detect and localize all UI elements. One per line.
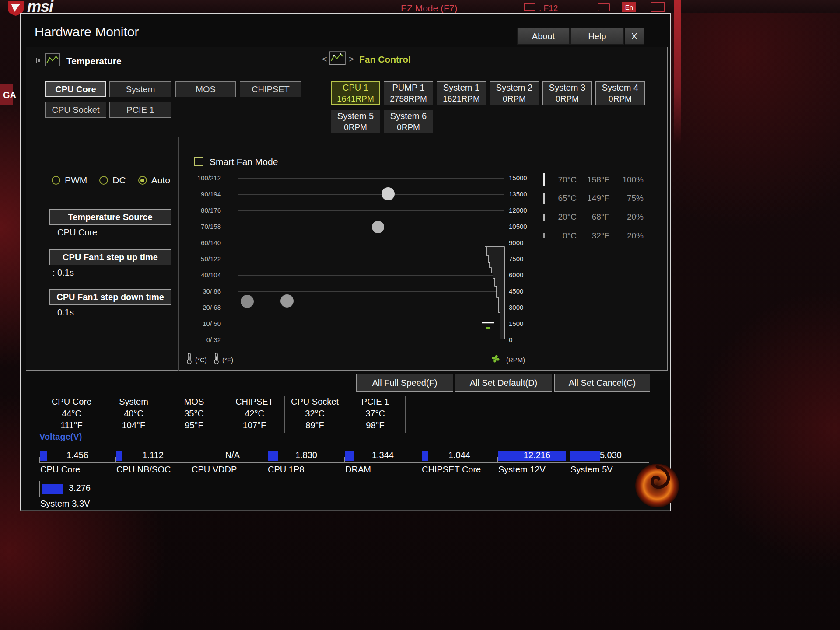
point-temp-c: 0°C — [550, 231, 577, 241]
voltage-value: 1.344 — [372, 450, 394, 460]
voltage-value: 1.044 — [448, 450, 470, 460]
fan-next-arrow[interactable]: > — [349, 54, 354, 64]
temp-tab-chipset[interactable]: CHIPSET — [240, 81, 301, 97]
level-bar — [543, 173, 545, 186]
all-full-speed-button[interactable]: All Full Speed(F) — [356, 374, 453, 392]
radio-circle-icon — [138, 176, 147, 185]
readout-name: CPU Core — [42, 396, 102, 408]
point-temp-f: 68°F — [579, 212, 609, 222]
y-axis-left-label: 80/176 — [186, 206, 221, 214]
pwm-radio-label: PWM — [65, 175, 87, 186]
readout-celsius: 40°C — [104, 408, 164, 420]
fan-tab-system-5[interactable]: System 5 0RPM — [331, 110, 380, 133]
radio-circle-icon — [52, 176, 60, 185]
power-icon[interactable] — [651, 2, 665, 12]
fan-tab-system-2[interactable]: System 2 0RPM — [490, 81, 539, 105]
voltage-name: CPU 1P8 — [268, 465, 304, 475]
fan-tab-rpm: 0RPM — [344, 122, 367, 133]
all-set-default-button[interactable]: All Set Default(D) — [455, 374, 552, 392]
voltage-baseline — [39, 462, 649, 463]
gridline — [238, 308, 504, 308]
readout-celsius: 35°C — [164, 408, 224, 420]
step-down-time-button[interactable]: CPU Fan1 step down time — [49, 289, 171, 305]
voltage-name: CPU VDDP — [192, 465, 237, 475]
ez-mode-label[interactable]: EZ Mode (F7) — [401, 3, 458, 14]
close-button[interactable]: X — [625, 28, 644, 45]
temperature-source-value: : CPU Core — [52, 228, 97, 238]
fan-prev-arrow[interactable]: < — [322, 54, 327, 64]
y-axis-right-label: 7500 — [509, 255, 523, 262]
auto-radio[interactable]: Auto — [138, 175, 170, 186]
thermometer-f-icon — [214, 353, 219, 366]
readout-celsius: 42°C — [224, 408, 284, 420]
y-axis-left-label: 10/ 50 — [186, 320, 221, 327]
dc-radio-label: DC — [112, 175, 126, 186]
readout-fahrenheit: 104°F — [104, 420, 164, 431]
temp-tab-mos[interactable]: MOS — [175, 81, 236, 97]
voltage-value: 3.276 — [69, 483, 91, 493]
y-axis-right-label: 10500 — [509, 223, 527, 230]
point-duty-pct: 20% — [612, 231, 644, 241]
fan-tab-rpm: 1641RPM — [337, 93, 374, 104]
fan-curve-point[interactable] — [372, 221, 384, 233]
language-switch[interactable]: En — [622, 2, 636, 12]
point-duty-pct: 100% — [612, 175, 644, 185]
point-temp-c: 20°C — [550, 212, 577, 222]
readout-fahrenheit: 95°F — [164, 420, 224, 431]
readout-name: CHIPSET — [224, 396, 284, 408]
temp-tab-pcie-1[interactable]: PCIE 1 — [109, 102, 172, 118]
hardware-monitor-dialog: Hardware Monitor About Help X Temperatur… — [20, 13, 671, 511]
fan-tab-system-3[interactable]: System 3 0RPM — [542, 81, 592, 105]
temp-tab-cpu-core[interactable]: CPU Core — [45, 81, 106, 97]
fan-tab-rpm: 0RPM — [397, 122, 420, 133]
camera-icon[interactable] — [598, 3, 610, 11]
fan-tab-cpu-1[interactable]: CPU 1 1641RPM — [331, 81, 380, 105]
gridline — [238, 210, 504, 211]
screenshot-icon[interactable] — [524, 3, 536, 11]
y-axis-right-label: 3000 — [509, 304, 523, 311]
voltage-bar — [422, 451, 428, 461]
fan-tab-system-6[interactable]: System 6 0RPM — [384, 110, 433, 133]
radio-circle-icon — [99, 176, 108, 185]
fan-tab-label: System 5 — [337, 111, 374, 122]
gridline — [238, 291, 504, 292]
help-button[interactable]: Help — [570, 28, 624, 45]
voltage-value: 1.112 — [142, 450, 164, 460]
about-button[interactable]: About — [517, 28, 570, 45]
voltage-cell-system-12v: 12.216 — [497, 450, 570, 462]
panel-divider-vertical — [178, 137, 179, 371]
y-axis-right-label: 6000 — [509, 271, 523, 279]
temp-tab-cpu-socket[interactable]: CPU Socket — [45, 102, 106, 118]
voltage-bar — [116, 451, 122, 461]
all-set-cancel-button[interactable]: All Set Cancel(C) — [554, 374, 650, 392]
fan-tab-label: System 6 — [390, 111, 427, 122]
fan-tab-pump-1[interactable]: PUMP 1 2758RPM — [384, 81, 433, 105]
gridline — [238, 194, 504, 195]
readout-celsius: 37°C — [345, 408, 405, 420]
readout-celsius: 32°C — [285, 408, 345, 420]
step-up-time-button[interactable]: CPU Fan1 step up time — [49, 249, 171, 265]
temperature-source-button[interactable]: Temperature Source — [49, 209, 171, 225]
voltage-value: 12.216 — [524, 450, 550, 460]
smart-fan-checkbox[interactable] — [194, 157, 203, 166]
fan-tab-system-4[interactable]: System 4 0RPM — [595, 81, 645, 105]
y-axis-right-label: 15000 — [509, 174, 527, 182]
readout-name: System — [104, 396, 164, 408]
fan-tab-system-1[interactable]: System 1 1621RPM — [437, 81, 486, 105]
voltage-value: N/A — [225, 450, 240, 460]
y-axis-left-label: 100/212 — [186, 174, 221, 182]
page-title: Hardware Monitor — [35, 24, 139, 39]
fan-curve-point[interactable] — [241, 295, 254, 308]
pwm-radio[interactable]: PWM — [52, 175, 87, 186]
fan-curve-point[interactable] — [280, 294, 294, 308]
y-axis-right-label: 4500 — [509, 287, 523, 295]
screen: msi EZ Mode (F7) : F12 En GA Hardware Mo… — [0, 0, 840, 630]
voltage-value: 1.456 — [66, 450, 88, 460]
dc-radio[interactable]: DC — [99, 175, 126, 186]
temp-tab-system[interactable]: System — [109, 81, 172, 97]
temp-readout-cpu-socket: CPU Socket 32°C 89°F — [285, 396, 345, 433]
readout-fahrenheit: 107°F — [224, 420, 284, 431]
voltage-name: System 3.3V — [40, 499, 90, 509]
fan-curve-point[interactable] — [382, 187, 395, 200]
auto-radio-label: Auto — [151, 175, 170, 186]
